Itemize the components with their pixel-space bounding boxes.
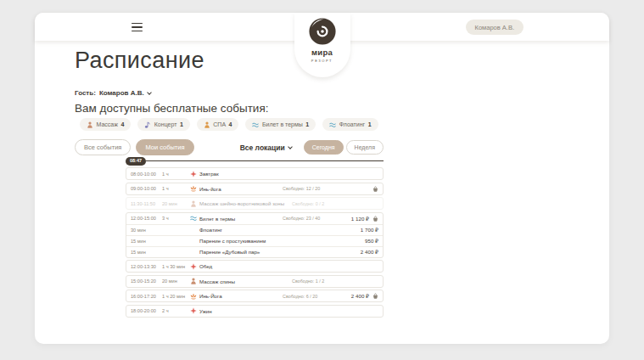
event-block: 15:00-15:2020 минМассаж спиныСвободно: 1… [126,275,384,288]
chip-label: Массаж [97,121,118,127]
page-title: Расписание [75,48,204,74]
event-availability: Свободно: 0 / 2 [292,201,346,206]
event-title: Парение «Дубовый пар» [199,249,292,255]
event-block: 09:00-10:001 чИнь-йогаСвободно: 12 / 20 [126,183,384,195]
event-icon-cell [190,263,199,270]
event-block: 12:00-13:301 ч 30 минОбед [126,260,384,273]
event-duration: 3 ч [162,216,190,221]
yoga-icon [190,185,197,192]
free-event-chip[interactable]: Билет в термы1 [245,118,316,131]
event-row[interactable]: 18:00-20:002 чУжин [126,306,383,317]
meal-icon [190,307,197,314]
content-card: Комаров А.В. мира РЕЗОРТ Расписание Гост… [35,13,609,344]
logo-title: мира [294,48,350,57]
event-row[interactable]: 30 минФлоатинг1 700 ₽ [126,224,383,235]
event-time: 15 мин [131,250,162,255]
chevron-down-icon [288,144,293,149]
event-icon-cell [190,215,199,222]
logo-subtitle: РЕЗОРТ [294,59,350,63]
event-title: Ужин [199,308,292,314]
user-name: Комаров А.В. [475,24,514,31]
schedule-table: 08:00-10:001 чЗавтрак09:00-10:001 чИнь-й… [126,167,384,319]
free-event-chip[interactable]: Флоатинг1 [322,118,378,131]
event-row[interactable]: 12:00-13:301 ч 30 минОбед [126,261,383,272]
all-events-button[interactable]: Все события [75,139,131,155]
locations-dropdown[interactable]: Все локации [240,143,292,152]
free-event-chip[interactable]: Массаж4 [80,118,131,131]
event-row[interactable]: 11:30-11:5020 минМассаж шейно-воротников… [126,198,383,209]
event-duration: 1 ч 30 мин [162,264,190,269]
event-price: 950 ₽ [346,238,378,244]
yoga-icon [190,293,197,300]
free-event-chip[interactable]: СПА4 [197,118,239,131]
event-block: 18:00-20:002 чУжин [126,305,384,318]
chevron-down-icon [147,90,152,95]
event-price: 1 120 ₽ [337,216,369,222]
massage-icon [87,121,93,128]
guest-selector[interactable]: Гость: Комаров А.В. [75,89,151,97]
music-icon [144,121,151,128]
event-title: Билет в термы [199,216,283,222]
today-button[interactable]: Сегодня [304,140,344,155]
event-duration: 1 ч 20 мин [162,294,190,299]
current-time-line [146,160,384,161]
event-time: 18:00-20:00 [131,308,162,313]
event-row[interactable]: 15:00-15:2020 минМассаж спиныСвободно: 1… [126,276,383,287]
event-icon-cell [190,293,199,300]
free-event-chip[interactable]: Концерт1 [137,118,190,131]
chip-count: 1 [305,121,309,127]
wave-icon [329,121,336,128]
event-title: Массаж спины [199,278,292,284]
massage-icon [190,278,197,284]
chip-label: Билет в термы [262,121,303,127]
event-title: Обед [199,263,292,269]
current-time-marker: 08:47 [126,157,384,166]
my-events-button[interactable]: Мои события [136,139,193,155]
event-title: Флоатинг [199,227,292,233]
event-time: 11:30-11:50 [131,201,162,206]
event-row[interactable]: 08:00-10:001 чЗавтрак [126,168,383,179]
chip-count: 1 [180,121,183,127]
book-action[interactable] [369,293,378,299]
event-row[interactable]: 09:00-10:001 чИнь-йогаСвободно: 12 / 20 [126,183,383,194]
week-button[interactable]: Неделя [346,140,384,155]
hamburger-menu-icon[interactable] [132,23,143,31]
free-event-chips: Массаж4Концерт1СПА4Билет в термы1Флоатин… [80,118,378,131]
event-time: 30 мин [131,228,162,233]
event-price: 1 700 ₽ [346,227,378,233]
event-icon-cell [190,200,199,207]
user-badge[interactable]: Комаров А.В. [466,20,524,35]
event-availability: Свободно: 1 / 2 [292,278,346,284]
event-time: 12:00-15:00 [131,216,162,221]
chip-label: СПА [213,121,226,127]
event-duration: 20 мин [162,201,190,206]
resort-logo-icon [308,17,337,46]
chip-count: 1 [368,121,372,127]
event-time: 15:00-15:20 [131,278,162,284]
book-action[interactable] [369,216,378,222]
event-time: 15 мин [131,239,162,244]
event-time: 08:00-10:00 [131,172,162,177]
basket-icon[interactable] [372,216,378,222]
meal-icon [190,263,197,270]
event-icon-cell [190,307,199,314]
wave-icon [252,121,259,128]
event-row[interactable]: 15 минПарение «Дубовый пар»2 400 ₽ [126,246,383,257]
spa-icon [204,121,210,128]
event-title: Инь-йога [199,186,283,192]
event-group: 12:00-15:003 чБилет в термыСвободно: 23 … [126,212,384,258]
event-title: Массаж шейно-воротниковой зоны [199,200,292,206]
basket-icon[interactable] [372,186,378,192]
basket-icon[interactable] [372,293,378,299]
event-row[interactable]: 12:00-15:003 чБилет в термыСвободно: 23 … [126,213,383,224]
event-row[interactable]: 15 минПарение с простукиванием950 ₽ [126,235,383,246]
event-time: 12:00-13:30 [131,264,162,269]
meal-icon [190,171,197,177]
free-events-heading: Вам доступны бесплатные события: [75,102,268,115]
event-row[interactable]: 16:00-17:201 ч 20 минИнь-ЙогаСвободно: 6… [126,290,383,301]
current-time-badge: 08:47 [126,157,146,166]
event-availability: Свободно: 23 / 40 [283,216,337,221]
event-duration: 20 мин [162,278,190,284]
event-availability: Свободно: 6 / 20 [283,294,337,299]
book-action[interactable] [369,186,378,192]
